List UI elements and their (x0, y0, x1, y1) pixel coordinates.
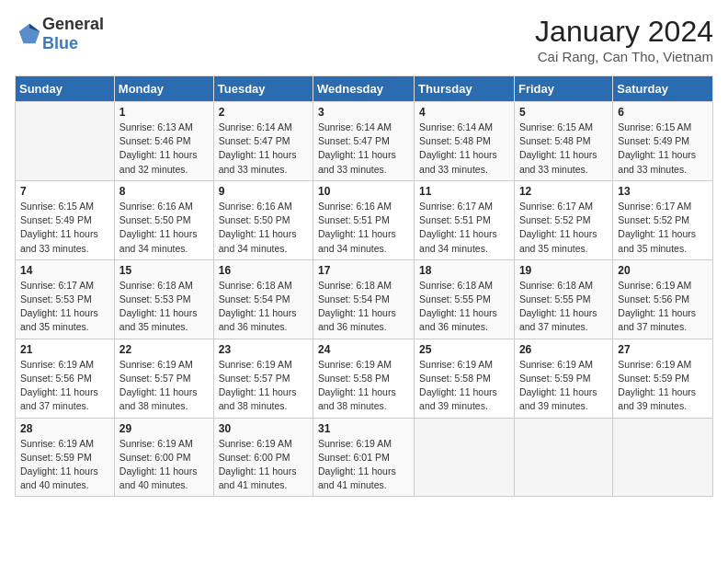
location-title: Cai Rang, Can Tho, Vietnam (535, 49, 713, 64)
day-number: 2 (219, 106, 308, 119)
day-detail: Sunrise: 6:16 AMSunset: 5:50 PMDaylight:… (119, 201, 198, 254)
weekday-label: Saturday (613, 76, 713, 102)
day-detail: Sunrise: 6:15 AMSunset: 5:49 PMDaylight:… (618, 121, 696, 175)
day-number: 4 (419, 106, 509, 119)
calendar-cell: 4 Sunrise: 6:14 AMSunset: 5:48 PMDayligh… (415, 102, 515, 181)
day-number: 18 (419, 264, 509, 277)
day-number: 10 (318, 185, 409, 198)
logo-general: General (42, 15, 104, 33)
calendar-cell: 3 Sunrise: 6:14 AMSunset: 5:47 PMDayligh… (313, 102, 415, 181)
month-title: January 2024 (535, 15, 713, 49)
day-detail: Sunrise: 6:19 AMSunset: 5:59 PMDaylight:… (20, 438, 98, 491)
day-detail: Sunrise: 6:19 AMSunset: 5:56 PMDaylight:… (20, 359, 98, 412)
calendar-cell: 22 Sunrise: 6:19 AMSunset: 5:57 PMDaylig… (114, 339, 213, 418)
day-detail: Sunrise: 6:14 AMSunset: 5:47 PMDaylight:… (219, 121, 297, 175)
calendar-cell: 25 Sunrise: 6:19 AMSunset: 5:58 PMDaylig… (415, 339, 515, 418)
calendar-cell: 17 Sunrise: 6:18 AMSunset: 5:54 PMDaylig… (313, 259, 415, 339)
calendar-cell: 29 Sunrise: 6:19 AMSunset: 6:00 PMDaylig… (114, 418, 213, 497)
day-number: 8 (119, 185, 209, 198)
day-number: 22 (119, 343, 209, 356)
calendar-cell: 23 Sunrise: 6:19 AMSunset: 5:57 PMDaylig… (213, 339, 313, 418)
calendar-cell: 26 Sunrise: 6:19 AMSunset: 5:59 PMDaylig… (514, 339, 612, 418)
calendar-cell: 19 Sunrise: 6:18 AMSunset: 5:55 PMDaylig… (514, 259, 612, 339)
calendar-week-row: 28 Sunrise: 6:19 AMSunset: 5:59 PMDaylig… (16, 418, 713, 497)
day-number: 3 (318, 106, 409, 119)
day-detail: Sunrise: 6:15 AMSunset: 5:49 PMDaylight:… (20, 201, 98, 254)
calendar-cell: 8 Sunrise: 6:16 AMSunset: 5:50 PMDayligh… (114, 180, 213, 259)
calendar-cell: 21 Sunrise: 6:19 AMSunset: 5:56 PMDaylig… (16, 339, 115, 418)
day-number: 31 (318, 422, 409, 435)
day-detail: Sunrise: 6:19 AMSunset: 6:01 PMDaylight:… (318, 438, 396, 491)
day-number: 14 (20, 264, 109, 277)
calendar-cell (613, 418, 713, 497)
day-detail: Sunrise: 6:19 AMSunset: 6:00 PMDaylight:… (119, 438, 198, 491)
day-number: 30 (219, 422, 308, 435)
calendar-cell: 27 Sunrise: 6:19 AMSunset: 5:59 PMDaylig… (613, 339, 713, 418)
day-number: 24 (318, 343, 409, 356)
day-number: 13 (618, 185, 708, 198)
day-detail: Sunrise: 6:14 AMSunset: 5:48 PMDaylight:… (419, 121, 497, 175)
day-number: 26 (519, 343, 608, 356)
calendar-week-row: 21 Sunrise: 6:19 AMSunset: 5:56 PMDaylig… (16, 339, 713, 418)
day-number: 21 (20, 343, 109, 356)
day-detail: Sunrise: 6:13 AMSunset: 5:46 PMDaylight:… (119, 121, 198, 175)
day-detail: Sunrise: 6:18 AMSunset: 5:53 PMDaylight:… (119, 280, 198, 333)
calendar-cell: 13 Sunrise: 6:17 AMSunset: 5:52 PMDaylig… (613, 180, 713, 259)
calendar-cell: 20 Sunrise: 6:19 AMSunset: 5:56 PMDaylig… (613, 259, 713, 339)
calendar-week-row: 7 Sunrise: 6:15 AMSunset: 5:49 PMDayligh… (16, 180, 713, 259)
weekday-label: Sunday (16, 76, 115, 102)
day-detail: Sunrise: 6:19 AMSunset: 5:57 PMDaylight:… (119, 359, 198, 412)
day-number: 6 (618, 106, 708, 119)
day-number: 20 (618, 264, 708, 277)
weekday-label: Wednesday (313, 76, 415, 102)
weekday-header-row: SundayMondayTuesdayWednesdayThursdayFrid… (16, 76, 713, 102)
day-number: 11 (419, 185, 509, 198)
calendar-cell: 14 Sunrise: 6:17 AMSunset: 5:53 PMDaylig… (16, 259, 115, 339)
calendar-cell: 7 Sunrise: 6:15 AMSunset: 5:49 PMDayligh… (16, 180, 115, 259)
day-detail: Sunrise: 6:17 AMSunset: 5:52 PMDaylight:… (618, 201, 696, 254)
calendar-cell: 9 Sunrise: 6:16 AMSunset: 5:50 PMDayligh… (213, 180, 313, 259)
weekday-label: Tuesday (213, 76, 313, 102)
calendar-cell (415, 418, 515, 497)
day-detail: Sunrise: 6:16 AMSunset: 5:51 PMDaylight:… (318, 201, 396, 254)
title-block: January 2024 Cai Rang, Can Tho, Vietnam (535, 15, 713, 64)
calendar-week-row: 1 Sunrise: 6:13 AMSunset: 5:46 PMDayligh… (16, 102, 713, 181)
day-number: 29 (119, 422, 209, 435)
day-detail: Sunrise: 6:18 AMSunset: 5:54 PMDaylight:… (318, 280, 396, 333)
calendar-cell: 16 Sunrise: 6:18 AMSunset: 5:54 PMDaylig… (213, 259, 313, 339)
calendar-cell: 2 Sunrise: 6:14 AMSunset: 5:47 PMDayligh… (213, 102, 313, 181)
calendar-cell: 28 Sunrise: 6:19 AMSunset: 5:59 PMDaylig… (16, 418, 115, 497)
calendar-cell: 12 Sunrise: 6:17 AMSunset: 5:52 PMDaylig… (514, 180, 612, 259)
calendar-cell: 11 Sunrise: 6:17 AMSunset: 5:51 PMDaylig… (415, 180, 515, 259)
day-detail: Sunrise: 6:18 AMSunset: 5:55 PMDaylight:… (419, 280, 497, 333)
day-detail: Sunrise: 6:19 AMSunset: 5:59 PMDaylight:… (519, 359, 597, 412)
day-number: 25 (419, 343, 509, 356)
calendar-cell: 1 Sunrise: 6:13 AMSunset: 5:46 PMDayligh… (114, 102, 213, 181)
calendar-cell: 31 Sunrise: 6:19 AMSunset: 6:01 PMDaylig… (313, 418, 415, 497)
day-number: 15 (119, 264, 209, 277)
calendar-week-row: 14 Sunrise: 6:17 AMSunset: 5:53 PMDaylig… (16, 259, 713, 339)
day-detail: Sunrise: 6:19 AMSunset: 5:56 PMDaylight:… (618, 280, 696, 333)
day-detail: Sunrise: 6:18 AMSunset: 5:55 PMDaylight:… (519, 280, 597, 333)
day-number: 12 (519, 185, 608, 198)
day-detail: Sunrise: 6:17 AMSunset: 5:52 PMDaylight:… (519, 201, 597, 254)
day-number: 16 (219, 264, 308, 277)
calendar-cell: 15 Sunrise: 6:18 AMSunset: 5:53 PMDaylig… (114, 259, 213, 339)
day-detail: Sunrise: 6:18 AMSunset: 5:54 PMDaylight:… (219, 280, 297, 333)
logo-icon (17, 21, 42, 47)
calendar-cell (514, 418, 612, 497)
day-detail: Sunrise: 6:17 AMSunset: 5:53 PMDaylight:… (20, 280, 98, 333)
day-number: 19 (519, 264, 608, 277)
calendar-cell: 30 Sunrise: 6:19 AMSunset: 6:00 PMDaylig… (213, 418, 313, 497)
day-number: 27 (618, 343, 708, 356)
calendar-cell: 5 Sunrise: 6:15 AMSunset: 5:48 PMDayligh… (514, 102, 612, 181)
day-number: 5 (519, 106, 608, 119)
day-detail: Sunrise: 6:19 AMSunset: 6:00 PMDaylight:… (219, 438, 297, 491)
page-header: General Blue January 2024 Cai Rang, Can … (15, 15, 713, 64)
day-detail: Sunrise: 6:19 AMSunset: 5:57 PMDaylight:… (219, 359, 297, 412)
day-number: 23 (219, 343, 308, 356)
logo: General Blue (15, 15, 104, 53)
day-detail: Sunrise: 6:17 AMSunset: 5:51 PMDaylight:… (419, 201, 497, 254)
logo-blue: Blue (42, 34, 78, 52)
day-detail: Sunrise: 6:15 AMSunset: 5:48 PMDaylight:… (519, 121, 597, 175)
